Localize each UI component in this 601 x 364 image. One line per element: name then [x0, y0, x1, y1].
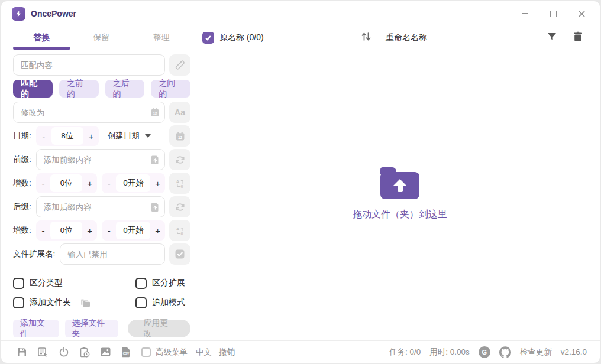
image-icon[interactable]: [100, 347, 111, 357]
undo-button[interactable]: 撤销: [219, 347, 235, 358]
select-folder-label: 选择文件夹: [72, 318, 112, 339]
rename-form-panel: 匹配的 之前的 之后的 之间的 12 Aa 日期: - 8位: [13, 54, 190, 337]
suffix-inc-start-stepper: - 0开始 +: [102, 220, 165, 240]
suffix-input[interactable]: [36, 196, 165, 217]
prefix-inc-start-plus[interactable]: +: [150, 173, 165, 193]
drop-hint-text: 拖动文件（夹）到这里: [353, 209, 447, 221]
extension-input-wrap: [60, 243, 165, 265]
svg-text:0: 0: [180, 230, 183, 236]
option-append-label: 追加模式: [152, 297, 185, 308]
extension-input[interactable]: [60, 243, 165, 265]
version-label: v2.16.0: [561, 347, 587, 356]
prefix-inc-start-stepper: - 0开始 +: [102, 173, 165, 193]
sort-icon[interactable]: [360, 31, 372, 45]
gitee-icon[interactable]: G: [479, 346, 490, 358]
modify-input-wrap: 12: [13, 102, 165, 123]
window-controls: [518, 7, 592, 20]
tab-organize-label: 整理: [153, 32, 170, 43]
prefix-input[interactable]: [36, 149, 165, 170]
match-input[interactable]: [13, 54, 165, 76]
tab-replace[interactable]: 替换: [13, 26, 70, 50]
prefix-inc-digits-plus[interactable]: +: [82, 173, 97, 193]
svg-text:12: 12: [177, 135, 182, 139]
trash-icon[interactable]: [573, 31, 583, 44]
prefix-inc-digits-value: 0位: [50, 174, 82, 192]
date-digits-plus[interactable]: +: [83, 126, 99, 146]
file-insert-icon[interactable]: [151, 155, 160, 164]
folders-icon: [80, 298, 91, 307]
original-name-checkbox[interactable]: 原名称 (0/0): [202, 32, 264, 44]
github-icon[interactable]: [499, 346, 511, 358]
select-folder-button[interactable]: 选择文件夹: [65, 320, 119, 337]
prefix-number-mode-button[interactable]: A0: [169, 173, 190, 194]
tab-bar: 替换 保留 整理: [13, 26, 190, 50]
regex-ruler-button[interactable]: [169, 54, 190, 76]
extension-lock-button[interactable]: [169, 243, 190, 265]
suffix-inc-digits-stepper: - 0位 +: [36, 220, 97, 240]
date-source-dropdown[interactable]: 创建日期: [108, 131, 151, 141]
save-icon[interactable]: [17, 347, 27, 358]
option-distinguish-type[interactable]: 区分类型: [13, 278, 135, 289]
checkbox-unchecked-icon: [13, 278, 24, 289]
mode-before-button[interactable]: 之前的: [59, 80, 99, 98]
option-add-folder[interactable]: 添加文件夹: [13, 297, 135, 308]
extension-label: 文件扩展名:: [13, 249, 55, 259]
mode-matched-label: 匹配的: [21, 78, 45, 99]
suffix-loop-button[interactable]: [169, 196, 190, 217]
tab-replace-label: 替换: [34, 32, 50, 43]
rename-column-title: 重命名名称: [386, 32, 427, 43]
file-insert-icon[interactable]: [151, 202, 160, 212]
prefix-label: 前缀:: [13, 154, 31, 165]
maximize-button[interactable]: [547, 7, 560, 20]
language-toggle[interactable]: 中文: [196, 347, 212, 358]
power-icon[interactable]: [59, 347, 69, 358]
suffix-inc-digits-plus[interactable]: +: [82, 220, 97, 240]
suffix-inc-start-plus[interactable]: +: [150, 220, 165, 240]
tab-organize[interactable]: 整理: [133, 26, 190, 50]
suffix-inc-start-minus[interactable]: -: [102, 220, 117, 240]
filter-icon[interactable]: [547, 31, 557, 44]
suffix-inc-digits-minus[interactable]: -: [36, 220, 51, 240]
option-append-mode[interactable]: 追加模式: [135, 297, 185, 308]
date-row: 日期: - 8位 + 创建日期 12: [13, 125, 190, 147]
prefix-inc-digits-minus[interactable]: -: [36, 173, 51, 193]
rename-log-icon[interactable]: [37, 347, 49, 358]
date-calendar-button[interactable]: 12: [169, 125, 190, 147]
date-source-value: 创建日期: [108, 131, 140, 141]
apply-changes-button[interactable]: 应用更改: [128, 320, 190, 337]
date-digits-minus[interactable]: -: [36, 126, 51, 146]
prefix-inc-start-value: 0开始: [116, 174, 150, 192]
checkbox-unchecked-icon: [135, 297, 147, 308]
modify-input[interactable]: [13, 102, 165, 123]
history-clipboard-icon[interactable]: [79, 347, 90, 358]
calendar-icon[interactable]: 12: [150, 108, 160, 117]
statusbar-right: 任务: 0/0 用时: 0.00s G 检查更新 v2.16.0: [389, 346, 587, 358]
aa-label: Aa: [175, 108, 185, 117]
prefix-loop-button[interactable]: [169, 149, 190, 170]
prefix-inc-start-minus[interactable]: -: [102, 173, 117, 193]
date-digits-stepper: - 8位 +: [36, 126, 99, 146]
suffix-increment-row: 增数: - 0位 + - 0开始 + A0: [13, 220, 190, 241]
option-type-label: 区分类型: [30, 278, 63, 288]
suffix-inc-digits-value: 0位: [50, 222, 82, 239]
mode-between-button[interactable]: 之间的: [151, 80, 190, 98]
tab-keep-label: 保留: [93, 32, 110, 43]
prefix-inc-label: 增数:: [13, 178, 31, 188]
advanced-menu-checkbox[interactable]: 高级菜单: [141, 347, 188, 358]
add-files-button[interactable]: 添加文件: [13, 320, 59, 337]
option-ext-label: 区分扩展: [152, 278, 185, 288]
tab-keep[interactable]: 保留: [73, 26, 130, 50]
close-button[interactable]: [575, 7, 588, 20]
csv-file-icon[interactable]: CSV: [121, 347, 131, 358]
check-update-link[interactable]: 检查更新: [520, 347, 552, 358]
suffix-number-mode-button[interactable]: A0: [169, 220, 190, 241]
mode-after-button[interactable]: 之后的: [105, 80, 145, 98]
mode-matched-button[interactable]: 匹配的: [13, 80, 53, 98]
desktop-stage: OncePower 替换 保留 整理 原名称 (0/0) 重: [0, 0, 601, 364]
file-drop-zone[interactable]: 拖动文件（夹）到这里: [200, 53, 600, 339]
oncepower-window: OncePower 替换 保留 整理 原名称 (0/0) 重: [1, 1, 600, 363]
option-distinguish-ext[interactable]: 区分扩展: [135, 278, 185, 289]
minimize-button[interactable]: [518, 7, 531, 20]
titlebar: OncePower: [1, 1, 600, 26]
case-aa-button[interactable]: Aa: [169, 102, 190, 123]
